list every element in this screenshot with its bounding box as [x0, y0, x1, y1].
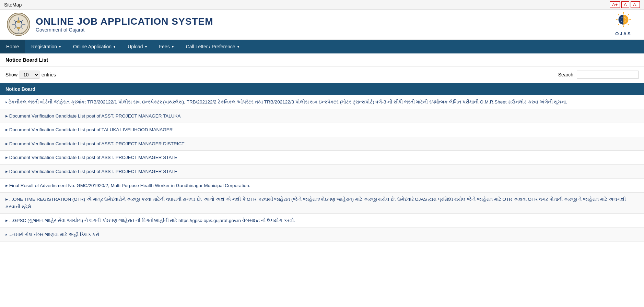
chevron-down-icon: ▾ [59, 45, 61, 49]
notice-cell[interactable]: ▸ Final Result of Advertisment No. GMC/2… [0, 179, 644, 193]
notice-link[interactable]: ▸ ...GPSC (ગુજરાત જાહેર સેવા આચોગ) ને લગ… [5, 218, 295, 223]
chevron-down-icon: ▾ [145, 45, 147, 49]
site-title: ONLINE JOB APPLICATION SYSTEM Government… [36, 16, 213, 33]
svg-line-18 [618, 24, 619, 25]
table-row: ▸ Document Verification Candidate List p… [0, 151, 644, 165]
notice-cell[interactable]: ▸ Document Verification Candidate List p… [0, 151, 644, 165]
notice-cell[interactable]: ▸ ...GPSC (ગુજરાત જાહેર સેવા આચોગ) ને લગ… [0, 214, 644, 228]
site-subtitle: Government of Gujarat [36, 27, 213, 33]
table-row: ▸ ટેકનીકલ ભરતી બોર્ડની જાહેરાત ક્રમાંક: … [0, 95, 644, 109]
notice-cell[interactable]: ▸ Document Verification Candidate List p… [0, 164, 644, 179]
top-bar: SiteMap A+ A A- [0, 0, 644, 10]
font-increase-button[interactable]: A+ [610, 1, 620, 8]
svg-line-14 [628, 14, 629, 15]
notice-link[interactable]: ▸ Document Verification Candidate List p… [5, 141, 184, 146]
ojas-text: OJAS [615, 31, 631, 36]
notice-link[interactable]: ▸ ટેકનીકલ ભરતી બોર્ડની જાહેરાત ક્રમાંક: … [5, 99, 567, 105]
emblem: સત્યમેવ જ​ [7, 13, 30, 36]
notice-cell[interactable]: ▸ Document Verification Candidate List p… [0, 137, 644, 151]
font-decrease-button[interactable]: A- [631, 1, 640, 8]
nav-item-upload[interactable]: Upload ▾ [121, 40, 153, 53]
notice-link[interactable]: ▸ Document Verification Candidate List p… [5, 169, 177, 174]
notice-cell[interactable]: ▸ ...તમારો રોલ નંબર જાણવા માટે અહીં ક્લિ… [0, 228, 644, 242]
notice-cell[interactable]: ▸ Document Verification Candidate List p… [0, 123, 644, 137]
table-row: ▸ Document Verification Candidate List p… [0, 164, 644, 179]
notice-cell[interactable]: ▸ ...ONE TIME REGISTRATION (OTR) એ માત્ર… [0, 193, 644, 214]
header-left: સત્યમેવ જ​ ONLINE JOB APPLICATION SYSTEM… [7, 13, 213, 36]
table-row: ▸ ...તમારો રોલ નંબર જાણવા માટે અહીં ક્લિ… [0, 228, 644, 242]
chevron-down-icon: ▾ [237, 45, 239, 49]
notice-link[interactable]: ▸ Document Verification Candidate List p… [5, 127, 173, 132]
sitemap-link[interactable]: SiteMap [4, 2, 22, 8]
show-label: Show [5, 72, 17, 77]
entries-select[interactable]: 10 25 50 100 [20, 71, 39, 79]
svg-rect-11 [17, 27, 20, 29]
notice-link[interactable]: ▸ Document Verification Candidate List p… [5, 155, 177, 160]
nav-item-registration[interactable]: Registration ▾ [25, 40, 67, 53]
search-input[interactable] [577, 71, 639, 79]
font-normal-button[interactable]: A [621, 1, 629, 8]
svg-point-10 [17, 20, 20, 23]
notice-table: Notice Board ▸ ટેકનીકલ ભરતી બોર્ડની જાહે… [0, 83, 644, 242]
navbar: Home Registration ▾ Online Application ▾… [0, 40, 644, 53]
nav-item-fees[interactable]: Fees ▾ [153, 40, 180, 53]
chevron-down-icon: ▾ [172, 45, 174, 49]
table-controls: Show 10 25 50 100 entries Search: [0, 66, 644, 83]
nav-item-online-application[interactable]: Online Application ▾ [67, 40, 121, 53]
notice-link[interactable]: ▸ ...ONE TIME REGISTRATION (OTR) એ માત્ર… [5, 197, 626, 209]
table-row: ▸ ...ONE TIME REGISTRATION (OTR) એ માત્ર… [0, 193, 644, 214]
notice-cell[interactable]: ▸ ટેકનીકલ ભરતી બોર્ડની જાહેરાત ક્રમાંક: … [0, 95, 644, 109]
search-label: Search: [558, 72, 575, 77]
table-row: ▸ Document Verification Candidate List p… [0, 123, 644, 137]
chevron-down-icon: ▾ [114, 45, 115, 49]
nav-item-call-letter[interactable]: Call Letter / Preference ▾ [180, 40, 245, 53]
search-area: Search: [558, 71, 639, 79]
notice-cell[interactable]: ▸ Document Verification Candidate List p… [0, 109, 644, 123]
svg-line-20 [618, 14, 619, 15]
font-size-controls: A+ A A- [610, 1, 640, 8]
table-row: ▸ Final Result of Advertisment No. GMC/2… [0, 179, 644, 193]
notice-board-column-header: Notice Board [0, 83, 644, 95]
table-row: ▸ Document Verification Candidate List p… [0, 137, 644, 151]
page-title: Notice Board List [0, 53, 644, 66]
show-entries: Show 10 25 50 100 entries [5, 71, 56, 79]
nav-item-home[interactable]: Home [0, 40, 25, 53]
svg-text:સત્યમેવ જ​: સત્યમેવ જ​ [14, 32, 22, 34]
site-title-heading: ONLINE JOB APPLICATION SYSTEM [36, 16, 213, 27]
entries-label: entries [42, 72, 56, 77]
notice-link[interactable]: ▸ ...તમારો રોલ નંબર જાણવા માટે અહીં ક્લિ… [5, 232, 99, 237]
notice-link[interactable]: ▸ Final Result of Advertisment No. GMC/2… [5, 183, 250, 188]
notice-link[interactable]: ▸ Document Verification Candidate List p… [5, 113, 180, 119]
header: સત્યમેવ જ​ ONLINE JOB APPLICATION SYSTEM… [0, 10, 644, 40]
table-row: ▸ Document Verification Candidate List p… [0, 109, 644, 123]
svg-line-16 [628, 24, 629, 25]
ojas-logo: OJAS [610, 12, 637, 36]
content-area: Notice Board List Show 10 25 50 100 entr… [0, 53, 644, 242]
table-row: ▸ ...GPSC (ગુજરાત જાહેર સેવા આચોગ) ને લગ… [0, 214, 644, 228]
